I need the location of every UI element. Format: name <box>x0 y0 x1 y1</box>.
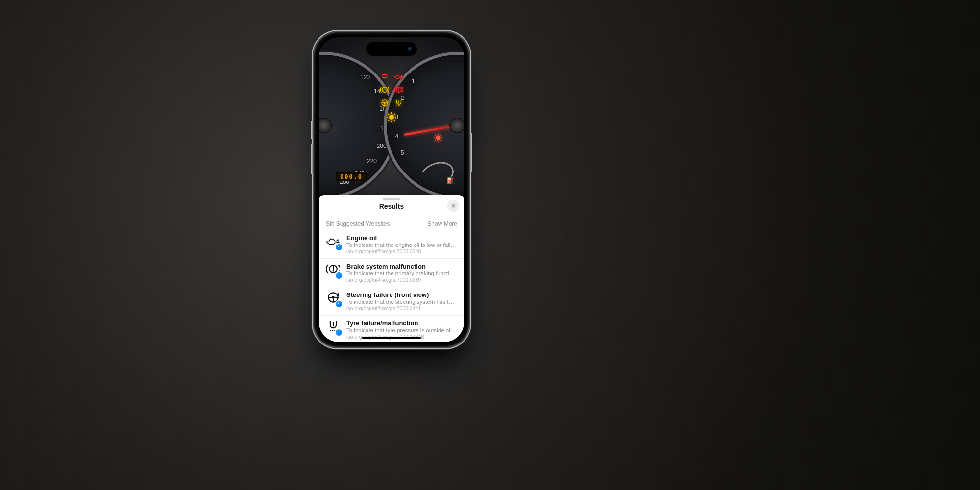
svg-line-6 <box>441 140 441 141</box>
svg-point-15 <box>401 77 402 78</box>
dynamic-island <box>366 42 417 56</box>
results-list: Engine oil To indicate that the engine o… <box>319 230 464 342</box>
result-title: Tyre failure/malfunction <box>346 319 457 327</box>
abs-light-icon <box>380 85 389 94</box>
svg-point-47 <box>338 297 339 298</box>
close-icon: ✕ <box>451 202 456 210</box>
result-title: Steering failure (front view) <box>346 291 457 298</box>
volume-down-button[interactable] <box>311 144 313 174</box>
results-sheet: Results ✕ Siri Suggested Websites Show M… <box>319 195 464 342</box>
result-link: iso.org/obp/ui#iso:grs:7000:0248 <box>346 248 457 254</box>
sheet-grip[interactable] <box>383 198 400 200</box>
svg-line-5 <box>435 135 436 136</box>
engine-warning-light <box>434 133 442 142</box>
fuel-gauge: ⛽ <box>420 163 454 186</box>
svg-rect-10 <box>383 74 384 75</box>
result-link: iso.org/obp/ui#iso:grs:7000:2441 <box>346 305 457 311</box>
power-button[interactable] <box>470 133 472 172</box>
volume-up-button[interactable] <box>311 121 313 139</box>
fuel-pump-icon: ⛽ <box>446 177 454 184</box>
engine-light-icon <box>386 111 397 123</box>
result-thumb <box>326 263 341 277</box>
steering-light-icon <box>380 98 389 107</box>
result-title: Brake system malfunction <box>346 263 457 270</box>
safari-badge-icon <box>336 329 342 336</box>
safari-badge-icon <box>336 272 342 279</box>
svg-point-40 <box>333 270 334 272</box>
warning-light-cluster <box>367 72 416 123</box>
result-subtitle: To indicate that the primary braking fun… <box>346 270 457 276</box>
svg-line-33 <box>394 120 395 121</box>
result-subtitle: To indicate that the engine oil is low o… <box>346 242 457 248</box>
result-link: iso.org/obp/ui#iso:grs:7000:0239 <box>346 277 457 283</box>
oil-light-icon <box>394 72 403 81</box>
svg-line-34 <box>388 120 389 121</box>
result-thumb <box>326 291 341 306</box>
gauge-hub <box>319 118 332 133</box>
close-button[interactable]: ✕ <box>447 200 459 212</box>
dashboard-photo: 120 140 160 180 200 220 240 260 000.0 1 … <box>319 37 464 196</box>
tach-number: 5 <box>401 149 404 156</box>
sheet-header: Results ✕ <box>319 201 464 216</box>
safari-badge-icon <box>336 301 342 307</box>
result-meta: Steering failure (front view) To indicat… <box>346 291 457 311</box>
battery-light-icon <box>380 72 389 81</box>
svg-point-19 <box>398 91 399 92</box>
svg-line-35 <box>394 114 395 115</box>
svg-point-21 <box>384 102 386 104</box>
svg-point-0 <box>436 136 441 140</box>
svg-point-36 <box>338 242 340 244</box>
result-title: Engine oil <box>346 234 457 242</box>
screen: 120 140 160 180 200 220 240 260 000.0 1 … <box>319 37 464 342</box>
svg-line-32 <box>388 114 389 115</box>
svg-point-16 <box>382 87 387 92</box>
sheet-title: Results <box>379 202 404 210</box>
result-row[interactable]: Engine oil To indicate that the engine o… <box>319 230 464 259</box>
svg-point-26 <box>398 103 399 104</box>
result-thumb <box>326 234 341 249</box>
svg-line-8 <box>441 135 441 136</box>
tpms-light-icon <box>394 98 403 107</box>
speed-number: 220 <box>367 158 377 165</box>
home-indicator[interactable] <box>362 337 421 339</box>
brake-light-icon <box>394 85 403 94</box>
svg-point-49 <box>333 327 334 328</box>
svg-rect-11 <box>386 74 387 75</box>
result-row[interactable]: Steering failure (front view) To indicat… <box>319 287 464 316</box>
speed-number: 200 <box>377 143 387 149</box>
safari-badge-icon <box>336 244 342 250</box>
result-meta: Engine oil To indicate that the engine o… <box>346 234 457 254</box>
svg-point-27 <box>389 115 394 120</box>
svg-point-42 <box>332 296 335 299</box>
result-meta: Brake system malfunction To indicate tha… <box>346 263 457 283</box>
result-subtitle: To indicate that tyre pressure is outsid… <box>346 327 457 333</box>
section-header: Siri Suggested Websites Show More <box>319 216 464 230</box>
gauge-hub <box>449 118 464 133</box>
phone-frame: 120 140 160 180 200 220 240 260 000.0 1 … <box>314 32 469 347</box>
result-row[interactable]: Brake system malfunction To indicate tha… <box>319 259 464 287</box>
show-more-button[interactable]: Show More <box>427 220 457 227</box>
result-subtitle: To indicate that the steering system has… <box>346 299 457 305</box>
section-label: Siri Suggested Websites <box>326 220 390 227</box>
odometer: 000.0 <box>336 172 367 181</box>
tach-number: 4 <box>395 133 398 140</box>
result-thumb <box>326 319 341 334</box>
svg-line-7 <box>435 140 436 141</box>
